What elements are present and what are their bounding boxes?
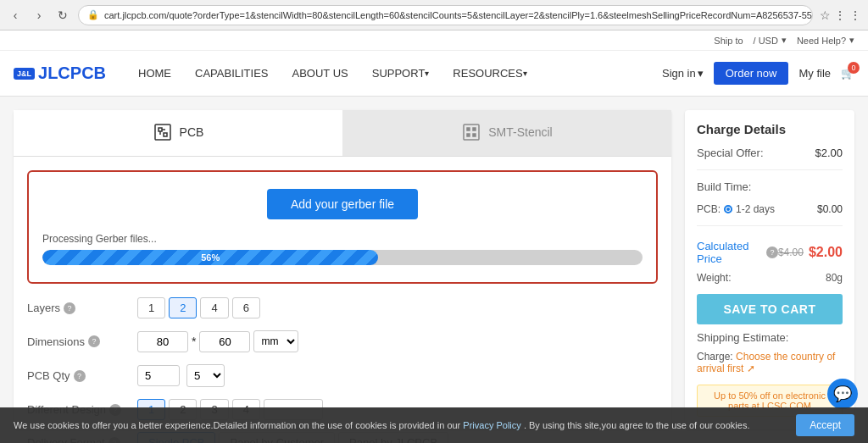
- pcb-label: PCB: 1-2 days: [697, 203, 775, 215]
- browser-chrome: ‹ › ↻ 🔒 cart.jlcpcb.com/quote?orderType=…: [0, 0, 868, 30]
- need-help-arrow: ▾: [849, 35, 854, 46]
- svg-rect-8: [467, 134, 470, 136]
- cart-button[interactable]: 🛒 0: [841, 67, 854, 80]
- height-input[interactable]: [199, 331, 250, 352]
- ship-to-label: Ship to: [714, 36, 743, 46]
- top-bar: Ship to / USD ▾ Need Help? ▾: [0, 30, 868, 51]
- nav-home[interactable]: HOME: [126, 51, 183, 97]
- dimensions-info-icon[interactable]: ?: [88, 335, 100, 347]
- weight-value: 80g: [826, 272, 843, 284]
- pcb-time-row: PCB: 1-2 days $0.00: [697, 203, 843, 215]
- sign-in-button[interactable]: Sign in ▾: [662, 67, 704, 80]
- svg-rect-1: [159, 128, 162, 131]
- stencil-icon: [461, 122, 481, 142]
- special-offer-value: $2.00: [815, 147, 843, 159]
- bookmark-button[interactable]: ☆: [820, 8, 831, 22]
- divider-1: [697, 169, 843, 170]
- browser-actions: ☆ ⋮ ⋮: [820, 8, 861, 22]
- tab-pcb[interactable]: PCB: [14, 110, 342, 156]
- tab-bar: PCB SMT-Stencil: [14, 110, 671, 157]
- divider-2: [697, 225, 843, 226]
- forward-button[interactable]: ›: [31, 7, 47, 24]
- layers-option-4[interactable]: 4: [200, 297, 228, 318]
- logo-text: JLCPCB: [38, 64, 106, 83]
- calc-price-row: Calculated Price ? $4.00 $2.00: [697, 240, 843, 265]
- shipping-label: Shipping Estimate:: [697, 331, 843, 344]
- layers-option-6[interactable]: 6: [232, 297, 260, 318]
- shipping-charge-text: Charge: Choose the country of arrival fi…: [697, 351, 843, 374]
- svg-rect-9: [473, 134, 476, 136]
- upload-box: Add your gerber file Processing Gerber f…: [27, 170, 658, 284]
- nav-right: Sign in ▾ Order now My file 🛒 0: [662, 62, 854, 85]
- cookie-bar: We use cookies to offer you a better exp…: [0, 407, 868, 443]
- cookie-accept-button[interactable]: Accept: [796, 414, 854, 436]
- menu-button[interactable]: ⋮: [849, 8, 861, 22]
- refresh-button[interactable]: ↻: [54, 7, 71, 24]
- order-now-button[interactable]: Order now: [714, 62, 789, 85]
- layers-options: 1 2 4 6: [137, 297, 260, 318]
- svg-rect-5: [464, 125, 479, 140]
- svg-rect-7: [473, 128, 476, 130]
- need-help-link[interactable]: Need Help?: [797, 36, 846, 46]
- nav-capabilities[interactable]: CAPABILITIES: [183, 51, 280, 97]
- save-to-cart-button[interactable]: SAVE TO CART: [697, 294, 843, 324]
- back-button[interactable]: ‹: [7, 7, 24, 24]
- layers-row: Layers ? 1 2 4 6: [27, 297, 658, 318]
- tab-smt-stencil[interactable]: SMT-Stencil: [342, 110, 671, 156]
- layers-info-icon[interactable]: ?: [64, 302, 75, 314]
- layers-option-2[interactable]: 2: [169, 297, 197, 318]
- radio-dot: [724, 205, 732, 213]
- progress-bar-fill: 56%: [42, 250, 378, 265]
- svg-rect-6: [467, 128, 470, 130]
- url-bar[interactable]: 🔒 cart.jlcpcb.com/quote?orderType=1&sten…: [78, 5, 813, 25]
- chat-button[interactable]: 💬: [827, 379, 858, 409]
- pcb-qty-row: PCB Qty ? 5 10: [27, 364, 658, 387]
- qty-row: 5 10: [137, 364, 225, 387]
- main-nav: HOME CAPABILITIES ABOUT US SUPPORT RESOU…: [126, 51, 662, 97]
- logo[interactable]: J&L JLCPCB: [14, 64, 106, 83]
- dimensions-label: Dimensions ?: [27, 335, 137, 348]
- nav-resources[interactable]: RESOURCES: [441, 51, 538, 97]
- unit-select[interactable]: mm inch: [253, 330, 298, 352]
- svg-rect-2: [164, 133, 167, 136]
- form-area: Add your gerber file Processing Gerber f…: [14, 157, 671, 443]
- cart-badge: 0: [848, 62, 860, 74]
- pcb-qty-label: PCB Qty ?: [27, 369, 137, 382]
- external-link-icon: ➚: [747, 363, 755, 374]
- dimensions-inputs: * mm inch: [137, 330, 298, 352]
- charge-details-title: Charge Details: [697, 122, 843, 136]
- build-time-label: Build Time:: [697, 180, 843, 193]
- qty-dropdown[interactable]: 5 10: [186, 364, 225, 387]
- special-offer-label: Special Offer:: [697, 147, 764, 159]
- extensions-button[interactable]: ⋮: [834, 8, 846, 22]
- currency-selector[interactable]: / USD: [754, 36, 778, 46]
- pcb-qty-info-icon[interactable]: ?: [74, 370, 86, 382]
- svg-rect-0: [155, 125, 170, 140]
- qty-input[interactable]: [137, 365, 180, 386]
- nav-about-us[interactable]: ABOUT US: [281, 51, 360, 97]
- right-panel: Charge Details Special Offer: $2.00 Buil…: [685, 110, 854, 429]
- left-panel: PCB SMT-Stencil Add your gerber file Pro…: [14, 110, 671, 429]
- old-price: $4.00: [778, 246, 804, 258]
- main-content: PCB SMT-Stencil Add your gerber file Pro…: [0, 97, 868, 443]
- my-file-link[interactable]: My file: [798, 67, 831, 80]
- logo-box: J&L: [14, 68, 35, 80]
- pcb-price: $0.00: [817, 203, 843, 215]
- width-input[interactable]: [137, 331, 188, 352]
- privacy-policy-link[interactable]: Privacy Policy: [463, 420, 520, 430]
- processing-text: Processing Gerber files...: [42, 233, 643, 245]
- calc-price-values: $4.00 $2.00: [778, 245, 843, 260]
- add-gerber-button[interactable]: Add your gerber file: [267, 189, 418, 219]
- weight-label: Weight:: [697, 272, 731, 284]
- calc-price-info-icon[interactable]: ?: [766, 246, 778, 258]
- new-price: $2.00: [809, 245, 843, 260]
- weight-row: Weight: 80g: [697, 272, 843, 284]
- nav-support[interactable]: SUPPORT: [360, 51, 442, 97]
- layers-label: Layers ?: [27, 302, 137, 314]
- currency-arrow: ▾: [782, 35, 787, 46]
- cookie-text: We use cookies to offer you a better exp…: [14, 420, 782, 430]
- progress-percent: 56%: [201, 252, 220, 263]
- layers-option-1[interactable]: 1: [137, 297, 165, 318]
- special-offer-row: Special Offer: $2.00: [697, 147, 843, 159]
- dimensions-row: Dimensions ? * mm inch: [27, 330, 658, 352]
